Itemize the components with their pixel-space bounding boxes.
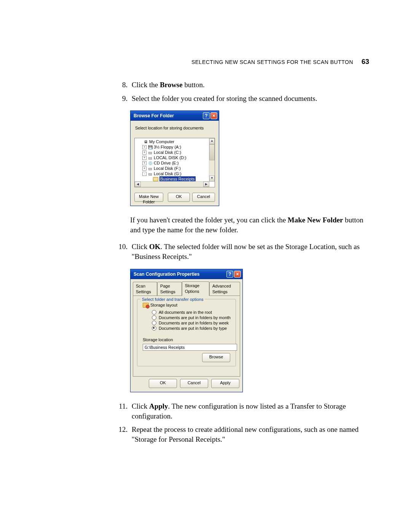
storage-layout-row: Storage layout xyxy=(140,302,233,308)
tab-scan-settings[interactable]: Scan Settings xyxy=(133,282,157,296)
step-11: Click Apply. The new configuration is no… xyxy=(129,401,369,421)
scroll-down-icon[interactable]: ▼ xyxy=(209,176,215,182)
folder-transfer-groupbox: Select folder and transfer options Stora… xyxy=(137,299,236,366)
tab-page-settings[interactable]: Page Settings xyxy=(157,282,182,296)
page-number: 63 xyxy=(362,58,369,66)
storage-layout-label: Storage layout xyxy=(150,302,177,308)
tree-item[interactable]: + LOCAL DISK (D:) xyxy=(136,155,215,160)
tree-item[interactable]: + Local Disk (C:) xyxy=(136,150,215,155)
ok-button[interactable]: OK xyxy=(149,379,177,388)
radio-icon[interactable] xyxy=(152,321,156,325)
vertical-scrollbar[interactable]: ▲ ▼ xyxy=(209,138,215,182)
expander-icon[interactable]: + xyxy=(142,150,147,155)
close-icon[interactable]: × xyxy=(234,271,241,278)
disk-icon xyxy=(148,166,153,171)
expander-icon[interactable]: + xyxy=(142,161,147,165)
browse-button[interactable]: Browse xyxy=(202,353,230,362)
scroll-right-icon[interactable]: ▶ xyxy=(203,182,209,187)
dialog1-prompt: Select location for storing documents xyxy=(131,121,219,138)
apply-button[interactable]: Apply xyxy=(211,379,239,388)
radio-week[interactable]: Documents are put in folders by week xyxy=(140,320,233,326)
note-after-dialog1: If you haven't created the folder yet, y… xyxy=(130,215,369,235)
storage-location-input[interactable] xyxy=(143,344,237,351)
step-12: Repeat the process to create additional … xyxy=(129,425,369,444)
floppy-icon xyxy=(148,144,153,150)
help-icon[interactable]: ? xyxy=(226,271,233,278)
cancel-button[interactable]: Cancel xyxy=(192,193,215,202)
ok-button[interactable]: OK xyxy=(168,193,190,202)
storage-layout-icon xyxy=(143,303,149,308)
radio-root[interactable]: All documents are in the root xyxy=(140,310,233,315)
dialog1-title: Browse For Folder xyxy=(134,113,202,119)
dialog2-title: Scan Configuration Properties xyxy=(134,271,226,277)
tab-storage-options[interactable]: Storage Options xyxy=(182,281,209,296)
folder-tree[interactable]: My Computer + 3½ Floppy (A:) + Local Dis… xyxy=(134,138,215,187)
dialog1-titlebar: Browse For Folder ? × xyxy=(131,111,219,121)
step-10: Click OK. The selected folder will now b… xyxy=(129,242,369,261)
disk-icon xyxy=(148,155,153,161)
radio-month[interactable]: Documents are put in folders by month xyxy=(140,315,233,320)
tree-item-selected[interactable]: Business Receipts xyxy=(136,176,215,182)
folder-open-icon xyxy=(153,177,158,181)
cancel-button[interactable]: Cancel xyxy=(180,379,208,388)
tree-item[interactable]: + 3½ Floppy (A:) xyxy=(136,144,215,150)
radio-icon[interactable] xyxy=(152,315,156,320)
storage-location-label: Storage location xyxy=(140,337,233,343)
expander-icon[interactable]: + xyxy=(142,145,147,149)
radio-type[interactable]: Documents are put in folders by type xyxy=(140,326,233,331)
dialog2-titlebar: Scan Configuration Properties ? × xyxy=(131,269,242,279)
tree-root[interactable]: My Computer xyxy=(136,139,215,144)
close-icon[interactable]: × xyxy=(210,112,217,119)
cd-icon xyxy=(148,160,153,166)
disk-icon xyxy=(148,150,153,155)
storage-options-panel: Select folder and transfer options Stora… xyxy=(133,296,240,377)
tree-item[interactable]: + CD Drive (E:) xyxy=(136,160,215,166)
scroll-thumb[interactable] xyxy=(209,144,215,160)
group-legend: Select folder and transfer options xyxy=(140,297,205,302)
disk-icon xyxy=(148,171,153,177)
scroll-left-icon[interactable]: ◀ xyxy=(135,182,141,187)
make-new-folder-button[interactable]: Make New Folder xyxy=(134,193,163,202)
tree-item[interactable]: - Local Disk (G:) xyxy=(136,171,215,176)
scan-configuration-dialog: Scan Configuration Properties ? × Scan S… xyxy=(130,269,243,392)
browse-for-folder-dialog: Browse For Folder ? × Select location fo… xyxy=(130,110,219,206)
step-8: Click the Browse button. xyxy=(129,80,369,90)
tree-item[interactable]: + Local Disk (F:) xyxy=(136,166,215,171)
expander-icon[interactable]: - xyxy=(142,172,147,176)
running-header: SELECTING NEW SCAN SETTINGS FOR THE SCAN… xyxy=(191,58,369,66)
computer-icon xyxy=(143,139,148,145)
tab-strip: Scan Settings Page Settings Storage Opti… xyxy=(131,279,242,296)
expander-icon[interactable]: + xyxy=(142,156,147,160)
horizontal-scrollbar[interactable]: ◀ ▶ xyxy=(135,181,209,187)
help-icon[interactable]: ? xyxy=(203,112,210,119)
radio-icon[interactable] xyxy=(152,326,156,331)
scroll-up-icon[interactable]: ▲ xyxy=(209,138,215,144)
radio-icon[interactable] xyxy=(152,310,156,315)
tab-advanced-settings[interactable]: Advanced Settings xyxy=(209,282,240,296)
step-9: Select the folder you created for storin… xyxy=(129,94,369,104)
expander-icon[interactable]: + xyxy=(142,166,147,171)
header-text: SELECTING NEW SCAN SETTINGS FOR THE SCAN… xyxy=(191,59,353,65)
